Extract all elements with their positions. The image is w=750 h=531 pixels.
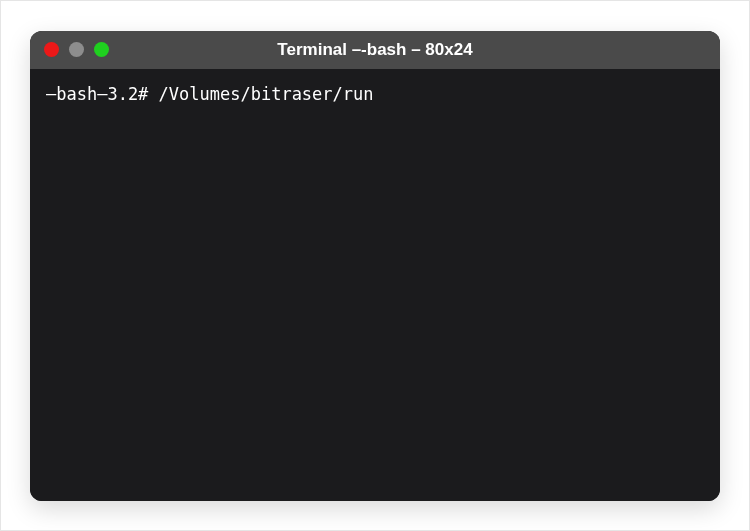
- zoom-icon[interactable]: [94, 42, 109, 57]
- close-icon[interactable]: [44, 42, 59, 57]
- terminal-body[interactable]: –bash–3.2# /Volumes/bitraser/run: [30, 69, 720, 501]
- minimize-icon[interactable]: [69, 42, 84, 57]
- window-title: Terminal –-bash – 80x24: [30, 40, 720, 60]
- terminal-window: Terminal –-bash – 80x24 –bash–3.2# /Volu…: [30, 31, 720, 501]
- traffic-lights: [44, 42, 109, 57]
- terminal-line: –bash–3.2# /Volumes/bitraser/run: [46, 83, 704, 107]
- title-bar: Terminal –-bash – 80x24: [30, 31, 720, 69]
